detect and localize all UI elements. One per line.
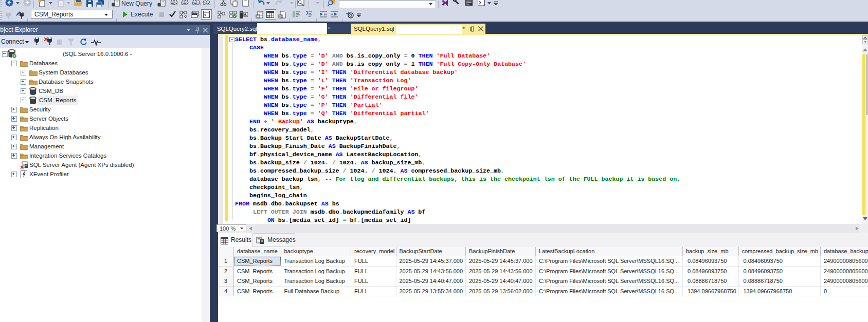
- svg-text:01: 01: [267, 15, 270, 18]
- svg-text:01: 01: [279, 15, 282, 18]
- svg-text:01: 01: [257, 15, 260, 18]
